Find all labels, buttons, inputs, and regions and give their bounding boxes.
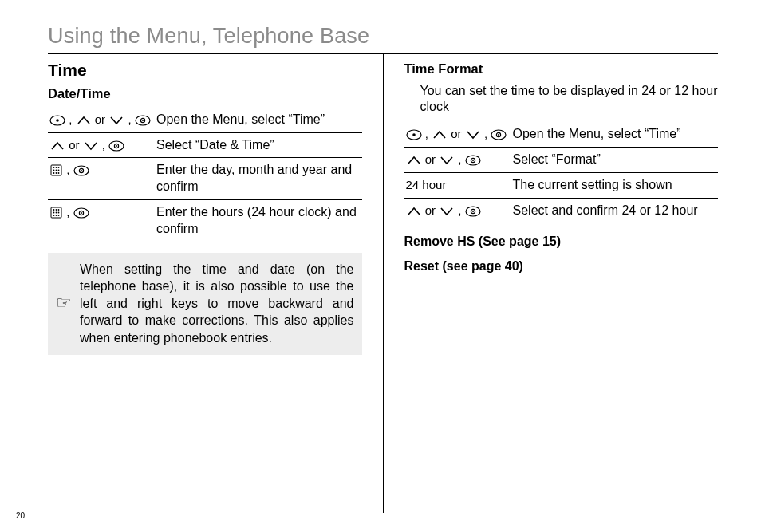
- column-divider: [383, 54, 384, 513]
- keypad-icon: [49, 207, 63, 219]
- comma: ,: [69, 112, 72, 126]
- crossref-reset: Reset (see page 40): [404, 258, 719, 275]
- or-text: or: [425, 152, 436, 166]
- right-column: Time Format You can set the time to be d…: [404, 54, 719, 513]
- ok-icon: [73, 165, 89, 176]
- down-icon: [439, 155, 455, 166]
- down-icon: [83, 140, 99, 152]
- ok-icon: [108, 140, 124, 152]
- content-columns: Time Date/Time , or , Open the Menu, sel…: [48, 53, 718, 513]
- note-box: ☞ When setting the time and date (on the…: [48, 253, 362, 355]
- step-desc: Open the Menu, select “Time”: [155, 108, 362, 132]
- keypad-icon: [49, 164, 63, 176]
- left-column: Time Date/Time , or , Open the Menu, sel…: [48, 54, 362, 513]
- step-desc: Open the Menu, select “Time”: [511, 122, 719, 147]
- or-text: or: [425, 203, 436, 217]
- table-row: , Enter the hours (24 hour clock) and co…: [48, 200, 362, 242]
- ok-icon: [73, 207, 89, 219]
- step-desc: Select “Date & Time”: [155, 132, 362, 158]
- step-desc: Enter the day, month and year and confir…: [155, 158, 362, 200]
- or-text: or: [451, 127, 461, 140]
- datetime-steps-table: , or , Open the Menu, select “Time” or ,: [48, 108, 362, 242]
- subsection-title-timeformat: Time Format: [404, 61, 719, 77]
- key-sequence: ,: [48, 158, 155, 200]
- step-desc: Select and confirm 24 or 12 hour: [511, 198, 719, 223]
- step-desc: Select “Format”: [511, 147, 719, 172]
- key-sequence: or ,: [404, 198, 511, 223]
- comma: ,: [66, 205, 69, 219]
- ok-icon: [465, 206, 481, 217]
- note-text: When setting the time and date (on the t…: [80, 261, 354, 347]
- up-icon: [49, 140, 65, 152]
- or-text: or: [95, 112, 105, 126]
- table-row: , Enter the day, month and year and conf…: [48, 158, 362, 200]
- page-title: Using the Menu, Telephone Base: [48, 22, 718, 50]
- comma: ,: [425, 127, 428, 140]
- step-desc: Enter the hours (24 hour clock) and conf…: [155, 200, 362, 242]
- key-text: 24 hour: [404, 172, 511, 198]
- or-text: or: [69, 138, 79, 152]
- crossref-remove-hs: Remove HS (See page 15): [404, 234, 719, 250]
- table-row: 24 hour The current setting is shown: [404, 172, 719, 198]
- table-row: or , Select “Format”: [404, 147, 719, 172]
- comma: ,: [66, 163, 69, 176]
- page-number: 20: [16, 510, 25, 521]
- table-row: or , Select and confirm 24 or 12 hour: [404, 198, 719, 223]
- up-icon: [406, 155, 422, 166]
- key-sequence: , or ,: [404, 122, 511, 147]
- down-icon: [439, 206, 455, 217]
- table-row: , or , Open the Menu, select “Time”: [404, 122, 719, 147]
- menu-icon: [49, 115, 65, 126]
- up-icon: [432, 129, 448, 140]
- comma: ,: [458, 203, 461, 217]
- comma: ,: [128, 112, 131, 126]
- timeformat-intro: You can set the time to be displayed in …: [420, 83, 719, 116]
- key-sequence: , or ,: [48, 108, 155, 132]
- table-row: or , Select “Date & Time”: [48, 132, 362, 158]
- section-title-time: Time: [48, 59, 362, 81]
- comma: ,: [102, 138, 105, 152]
- step-desc: The current setting is shown: [511, 172, 719, 198]
- subsection-title-datetime: Date/Time: [48, 85, 362, 102]
- timeformat-steps-table: , or , Open the Menu, select “Time” or ,: [404, 122, 719, 223]
- ok-icon: [491, 129, 507, 140]
- comma: ,: [458, 152, 461, 166]
- key-sequence: ,: [48, 200, 155, 242]
- menu-icon: [406, 129, 422, 140]
- up-icon: [406, 206, 422, 217]
- up-icon: [76, 115, 92, 126]
- down-icon: [465, 129, 481, 140]
- table-row: , or , Open the Menu, select “Time”: [48, 108, 362, 132]
- key-sequence: or ,: [48, 132, 155, 158]
- key-sequence: or ,: [404, 147, 511, 172]
- down-icon: [108, 115, 124, 126]
- hand-icon: ☞: [56, 292, 72, 315]
- ok-icon: [135, 115, 151, 126]
- comma: ,: [484, 127, 487, 140]
- ok-icon: [465, 155, 481, 166]
